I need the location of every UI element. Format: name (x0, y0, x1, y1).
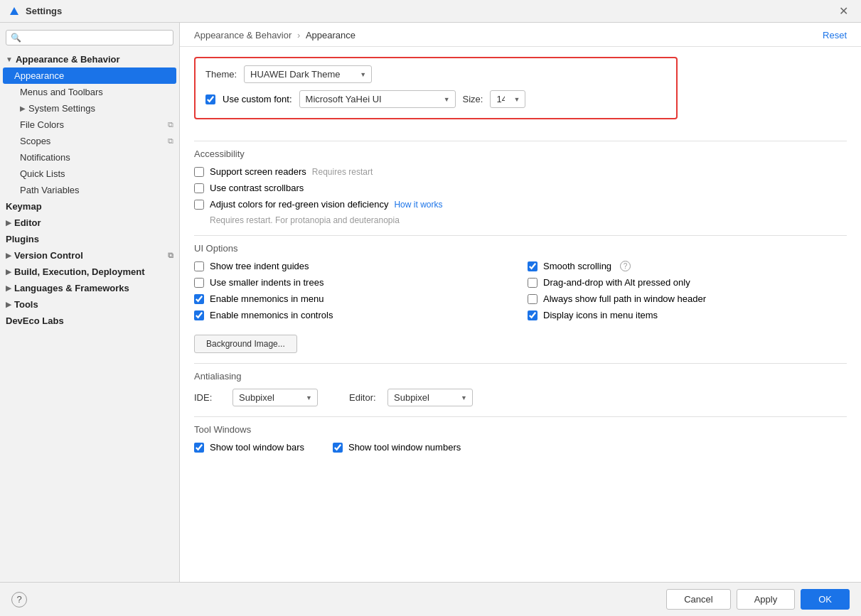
accessibility-adjust-colors: Adjust colors for red-green vision defic… (194, 199, 847, 210)
sidebar-item-appearance[interactable]: Appearance (3, 67, 176, 84)
sidebar: 🔍 ▼ Appearance & Behavior Appearance Men… (0, 23, 180, 582)
breadcrumb: Appearance & Behavior › Appearance (194, 30, 355, 40)
content-header: Appearance & Behavior › Appearance Reset (180, 23, 861, 47)
display-icons-menu-row: Display icons in menu items (528, 310, 847, 320)
accessibility-contrast-scrollbars: Use contrast scrollbars (194, 183, 847, 193)
search-icon: 🔍 (11, 33, 21, 43)
editor-antialiasing-select-wrapper[interactable]: Subpixel Greyscale None (387, 389, 473, 406)
adjust-colors-checkbox[interactable] (194, 200, 204, 210)
display-icons-menu-label[interactable]: Display icons in menu items (543, 310, 658, 320)
drag-drop-alt-label[interactable]: Drag-and-drop with Alt pressed only (543, 277, 690, 288)
drag-drop-alt-checkbox[interactable] (528, 278, 538, 288)
sidebar-item-appearance-behavior[interactable]: ▼ Appearance & Behavior (0, 51, 179, 67)
ok-button[interactable]: OK (801, 589, 850, 610)
smaller-indents-label[interactable]: Use smaller indents in trees (210, 277, 323, 288)
show-tool-window-bars-row: Show tool window bars (194, 442, 304, 453)
background-image-button[interactable]: Background Image... (194, 335, 297, 353)
show-tool-window-numbers-label[interactable]: Show tool window numbers (348, 442, 461, 453)
screen-readers-checkbox[interactable] (194, 167, 204, 177)
mnemonics-menu-label[interactable]: Enable mnemonics in menu (210, 293, 323, 304)
chevron-down-icon: ▼ (6, 55, 13, 63)
sidebar-item-quick-lists[interactable]: Quick Lists (0, 166, 179, 182)
sidebar-item-system-settings[interactable]: ▶ System Settings (0, 100, 179, 117)
show-tool-window-numbers-checkbox[interactable] (333, 443, 343, 453)
size-select[interactable]: 14 12 13 16 18 (490, 90, 525, 108)
editor-antialiasing-select[interactable]: Subpixel Greyscale None (387, 389, 473, 406)
smooth-scrolling-checkbox[interactable] (528, 261, 538, 271)
ide-antialiasing-select[interactable]: Subpixel Greyscale None (232, 389, 318, 406)
apply-button[interactable]: Apply (737, 589, 796, 610)
show-tree-indent-row: Show tree indent guides (194, 261, 513, 271)
mnemonics-controls-checkbox[interactable] (194, 310, 204, 320)
sidebar-item-version-control[interactable]: ▶ Version Control ⧉ (0, 247, 179, 264)
smooth-scrolling-row: Smooth scrolling ? (528, 261, 847, 271)
chevron-right-icon-lang: ▶ (6, 284, 11, 292)
requires-restart-label: Requires restart (312, 167, 373, 177)
accessibility-section-title: Accessibility (194, 148, 847, 159)
contrast-scrollbars-checkbox[interactable] (194, 183, 204, 193)
adjust-colors-label[interactable]: Adjust colors for red-green vision defic… (210, 199, 388, 210)
display-icons-menu-checkbox[interactable] (528, 310, 538, 320)
sidebar-item-keymap[interactable]: Keymap (0, 198, 179, 215)
contrast-scrollbars-label[interactable]: Use contrast scrollbars (210, 183, 304, 193)
search-box[interactable]: 🔍 (6, 30, 173, 45)
always-show-path-checkbox[interactable] (528, 294, 538, 304)
sidebar-item-plugins[interactable]: Plugins (0, 231, 179, 247)
show-tree-indent-checkbox[interactable] (194, 261, 204, 271)
font-select[interactable]: Microsoft YaHei UI Arial Consolas Segoe … (299, 90, 456, 108)
size-label: Size: (463, 94, 483, 104)
accessibility-screen-readers: Support screen readers Requires restart (194, 166, 847, 177)
reset-button[interactable]: Reset (823, 30, 847, 40)
copy-icon: ⧉ (168, 120, 173, 129)
close-button[interactable]: ✕ (835, 3, 852, 19)
theme-select[interactable]: HUAWEI Dark Theme IntelliJ Light Darcula… (244, 65, 372, 83)
sidebar-item-path-variables[interactable]: Path Variables (0, 182, 179, 198)
help-button[interactable]: ? (11, 592, 27, 607)
sidebar-item-file-colors[interactable]: File Colors ⧉ (0, 117, 179, 133)
chevron-right-icon-tools: ▶ (6, 301, 11, 308)
sidebar-item-languages[interactable]: ▶ Languages & Frameworks (0, 280, 179, 296)
show-tree-indent-label[interactable]: Show tree indent guides (210, 261, 309, 271)
antialiasing-row: IDE: Subpixel Greyscale None Editor: Sub… (194, 389, 847, 406)
chevron-right-icon-build: ▶ (6, 268, 11, 276)
show-tool-window-bars-checkbox[interactable] (194, 443, 204, 453)
theme-select-wrapper[interactable]: HUAWEI Dark Theme IntelliJ Light Darcula… (244, 65, 372, 83)
use-custom-font-checkbox[interactable] (205, 94, 215, 104)
title-bar: Settings ✕ (0, 0, 861, 23)
sidebar-item-build[interactable]: ▶ Build, Execution, Deployment (0, 264, 179, 280)
ide-antialiasing-select-wrapper[interactable]: Subpixel Greyscale None (232, 389, 318, 406)
sidebar-item-editor[interactable]: ▶ Editor (0, 215, 179, 231)
sidebar-item-notifications[interactable]: Notifications (0, 149, 179, 166)
ui-options-grid: Show tree indent guides Smooth scrolling… (194, 261, 847, 322)
smaller-indents-checkbox[interactable] (194, 278, 204, 288)
sidebar-item-tools[interactable]: ▶ Tools (0, 296, 179, 313)
how-it-works-link[interactable]: How it works (394, 200, 442, 210)
ui-options-section-title: UI Options (194, 243, 847, 254)
chevron-right-icon-editor: ▶ (6, 219, 11, 227)
content-area: Appearance & Behavior › Appearance Reset… (180, 23, 861, 582)
search-input[interactable] (24, 33, 169, 43)
copy-icon-scopes: ⧉ (168, 136, 173, 146)
smooth-scrolling-label[interactable]: Smooth scrolling (543, 261, 611, 271)
font-select-wrapper[interactable]: Microsoft YaHei UI Arial Consolas Segoe … (299, 90, 456, 108)
tool-windows-section-title: Tool Windows (194, 424, 847, 435)
use-custom-font-label[interactable]: Use custom font: (223, 94, 292, 104)
requires-restart-note: Requires restart. For protanopia and deu… (210, 215, 847, 225)
sidebar-item-menus-toolbars[interactable]: Menus and Toolbars (0, 84, 179, 100)
footer-buttons: Cancel Apply OK (666, 589, 850, 610)
always-show-path-label[interactable]: Always show full path in window header (543, 293, 706, 304)
show-tool-window-bars-label[interactable]: Show tool window bars (210, 442, 304, 453)
mnemonics-menu-checkbox[interactable] (194, 294, 204, 304)
screen-readers-label[interactable]: Support screen readers (210, 166, 306, 177)
smooth-scrolling-help-icon[interactable]: ? (620, 261, 631, 271)
copy-icon-vc: ⧉ (168, 251, 173, 260)
cancel-button[interactable]: Cancel (666, 589, 730, 610)
app-icon (9, 6, 20, 17)
sidebar-item-scopes[interactable]: Scopes ⧉ (0, 133, 179, 149)
mnemonics-controls-label[interactable]: Enable mnemonics in controls (210, 310, 333, 320)
antialiasing-section-title: Antialiasing (194, 371, 847, 382)
theme-section: Theme: HUAWEI Dark Theme IntelliJ Light … (194, 57, 678, 119)
size-select-wrapper[interactable]: 14 12 13 16 18 (490, 90, 525, 108)
sidebar-item-deveco-labs[interactable]: DevEco Labs (0, 313, 179, 329)
window-title: Settings (26, 6, 62, 16)
